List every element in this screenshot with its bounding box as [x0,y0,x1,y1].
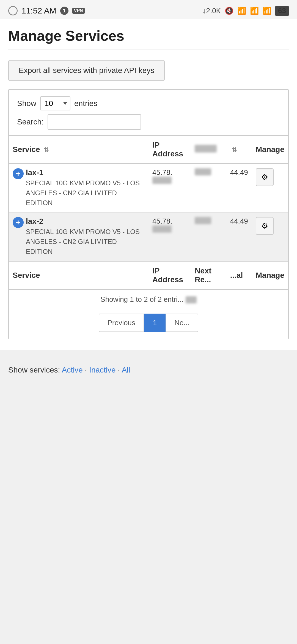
expand-button-lax1[interactable]: + [13,168,24,179]
table-controls: Show 10 25 50 100 entries Search: [9,90,288,132]
bottom-area: Show services: Active · Inactive · All [0,350,297,396]
page-content: Manage Services Export all services with… [0,19,297,350]
export-all-services-button[interactable]: Export all services with private API key… [8,60,165,81]
export-btn-wrap: Export all services with private API key… [8,50,289,89]
manage-cell-lax2: ⚙ [252,213,288,262]
footer-col-next-renewal: Next Re... [191,261,226,289]
download-indicator: ↓2.0K [203,7,221,15]
ip-blurred-lax1 [152,177,172,184]
show-label: Show [17,99,36,108]
search-label: Search: [17,118,44,126]
renewal-cell-lax1 [191,164,226,213]
sort-icon-interval[interactable]: ⇅ [232,146,237,154]
vpn-badge: VPN [72,8,85,14]
price-cell-lax2: 44.49 [226,213,252,262]
service-cell-lax1: + lax-1 SPECIAL 10G KVM PROMO V5 - LOS A… [9,164,148,213]
table-row: + lax-2 SPECIAL 10G KVM PROMO V5 - LOS A… [9,213,288,262]
gear-icon: ⚙ [261,222,268,230]
table-info: Showing 1 to 2 of 2 entri... [9,290,288,309]
gear-icon: ⚙ [261,173,268,181]
footer-col-service: Service [9,261,148,289]
show-active-link[interactable]: Active [62,366,83,374]
page-1-button[interactable]: 1 [144,314,166,332]
signal-icon-1: 📶 [250,7,259,15]
show-inactive-link[interactable]: Inactive [89,366,116,374]
show-all-link[interactable]: All [122,366,130,374]
entries-select[interactable]: 10 25 50 100 [40,96,70,110]
table-header: Service ⇅ IP Address ⇅ Manage [9,135,288,164]
service-cell-lax2: + lax-2 SPECIAL 10G KVM PROMO V5 - LOS A… [9,213,148,262]
mute-icon: 🔇 [225,7,233,15]
status-time: 11:52 AM [21,6,56,15]
table-footer-header: Service IP Address Next Re... ...al Mana… [9,261,288,289]
ip-cell-lax2: 45.78. [148,213,191,262]
page-title: Manage Services [8,19,289,50]
signal-icon-2: 📶 [263,7,271,15]
status-circle-icon [8,6,18,15]
notification-badge: 1 [60,7,68,15]
wifi-icon: 📶 [237,7,246,15]
search-input[interactable] [48,114,141,130]
sort-icon-service[interactable]: ⇅ [44,146,49,154]
show-services: Show services: Active · Inactive · All [8,358,289,380]
table-container: Show 10 25 50 100 entries Search: Servic… [8,89,289,339]
manage-button-lax1[interactable]: ⚙ [256,168,274,186]
entries-label: entries [74,99,97,108]
status-right: ↓2.0K 🔇 📶 📶 📶 63 [203,6,289,16]
ip-blurred-lax2 [152,225,172,233]
renewal-blurred-lax2 [195,217,211,224]
expand-button-lax2[interactable]: + [13,217,24,228]
show-services-label: Show services: [8,366,60,374]
battery-indicator: 63 [275,6,289,16]
search-row: Search: [17,114,280,130]
status-left: 11:52 AM 1 VPN [8,6,85,15]
service-desc-lax2: SPECIAL 10G KVM PROMO V5 - LOS ANGELES -… [26,227,145,257]
table-row: + lax-1 SPECIAL 10G KVM PROMO V5 - LOS A… [9,164,288,213]
manage-cell-lax1: ⚙ [252,164,288,213]
renewal-blurred-lax1 [195,168,211,175]
service-name-lax2: lax-2 [26,217,145,226]
pagination: Previous 1 Ne... [9,309,288,339]
next-button[interactable]: Ne... [166,314,198,332]
price-cell-lax1: 44.49 [226,164,252,213]
col-header-blurred [195,145,217,153]
manage-button-lax2[interactable]: ⚙ [256,217,274,235]
col-header-interval: ⇅ [226,135,252,164]
service-desc-lax1: SPECIAL 10G KVM PROMO V5 - LOS ANGELES -… [26,178,145,208]
col-header-ip: IP Address [148,135,191,164]
footer-col-ip: IP Address [148,261,191,289]
footer-col-interval: ...al [226,261,252,289]
col-header-manage: Manage [252,135,288,164]
service-name-lax1: lax-1 [26,168,145,177]
renewal-cell-lax2 [191,213,226,262]
show-entries-row: Show 10 25 50 100 entries [17,96,280,110]
previous-button[interactable]: Previous [99,314,144,332]
ip-cell-lax1: 45.78. [148,164,191,213]
info-blurred [186,296,197,303]
col-header-service: Service ⇅ [9,135,148,164]
services-table: Service ⇅ IP Address ⇅ Manage [9,135,288,290]
status-bar: 11:52 AM 1 VPN ↓2.0K 🔇 📶 📶 📶 63 [0,0,297,19]
col-header-next-renewal [191,135,226,164]
footer-col-manage: Manage [252,261,288,289]
